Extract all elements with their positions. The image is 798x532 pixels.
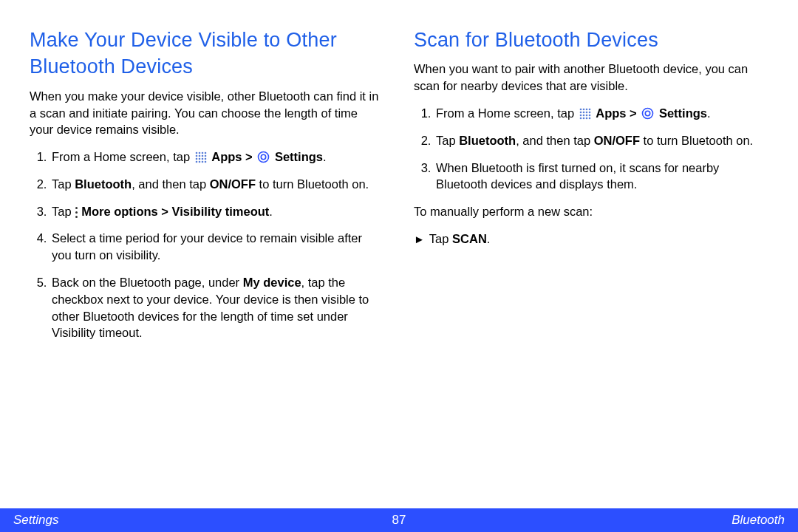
svg-point-29 <box>588 114 590 116</box>
svg-point-15 <box>204 161 206 163</box>
left-heading: Make Your Device Visible to Other Blueto… <box>30 27 384 81</box>
svg-point-11 <box>204 158 206 160</box>
svg-point-8 <box>195 158 197 160</box>
right-heading: Scan for Bluetooth Devices <box>414 27 768 53</box>
svg-point-19 <box>582 108 584 110</box>
svg-point-16 <box>259 152 269 163</box>
right-step-3: When Bluetooth is first turned on, it sc… <box>434 160 768 194</box>
left-intro: When you make your device visible, other… <box>30 88 384 138</box>
left-step-2: Tap Bluetooth, and then tap ON/OFF to tu… <box>50 176 384 193</box>
left-column: Make Your Device Visible to Other Blueto… <box>30 27 399 508</box>
left-step-4: Select a time period for your device to … <box>50 230 384 264</box>
svg-point-21 <box>588 108 590 110</box>
right-step-2: Tap Bluetooth, and then tap ON/OFF to tu… <box>434 132 768 149</box>
svg-point-1 <box>198 152 200 154</box>
svg-point-12 <box>195 161 197 163</box>
svg-point-27 <box>582 114 584 116</box>
svg-point-18 <box>579 108 582 110</box>
svg-point-5 <box>198 155 200 157</box>
svg-point-9 <box>198 158 200 160</box>
svg-point-25 <box>588 111 590 113</box>
svg-point-31 <box>582 117 584 119</box>
left-step-5: Back on the Bluetooth page, under My dev… <box>50 274 384 341</box>
svg-point-22 <box>579 111 582 113</box>
tap-scan-line: ►Tap SCAN. <box>414 231 768 248</box>
manual-scan-label: To manually perform a new scan: <box>414 203 768 220</box>
svg-point-24 <box>585 111 587 113</box>
right-column: Scan for Bluetooth Devices When you want… <box>399 27 768 508</box>
footer-right: Bluetooth <box>732 513 785 528</box>
more-options-icon <box>75 206 78 218</box>
right-step-1: From a Home screen, tap Apps > Settings. <box>434 105 768 122</box>
svg-point-26 <box>579 114 582 116</box>
right-intro: When you want to pair with another Bluet… <box>414 61 768 95</box>
svg-point-33 <box>588 117 590 119</box>
left-step-1: From a Home screen, tap Apps > Settings. <box>50 149 384 166</box>
left-steps: From a Home screen, tap Apps > Settings.… <box>30 149 384 341</box>
left-step-3: Tap More options > Visibility timeout. <box>50 203 384 220</box>
svg-point-4 <box>195 155 197 157</box>
svg-point-17 <box>262 155 266 160</box>
svg-point-34 <box>643 109 653 119</box>
right-steps: From a Home screen, tap Apps > Settings.… <box>414 105 768 193</box>
svg-point-3 <box>204 152 206 154</box>
svg-point-14 <box>201 161 203 163</box>
svg-point-7 <box>204 155 206 157</box>
apps-icon <box>579 108 591 120</box>
svg-point-28 <box>585 114 587 116</box>
svg-point-35 <box>646 111 650 115</box>
settings-icon <box>641 107 654 120</box>
svg-point-20 <box>585 108 587 110</box>
svg-point-30 <box>579 117 582 119</box>
svg-point-10 <box>201 158 203 160</box>
svg-point-2 <box>201 152 203 154</box>
footer-left: Settings <box>13 513 58 528</box>
svg-point-0 <box>195 152 197 154</box>
page-footer: Settings 87 Bluetooth <box>0 508 798 532</box>
apps-icon <box>195 151 207 163</box>
settings-icon <box>257 151 270 163</box>
arrow-icon: ► <box>414 232 425 248</box>
svg-point-13 <box>198 161 200 163</box>
footer-page-number: 87 <box>392 513 406 528</box>
svg-point-32 <box>585 117 587 119</box>
svg-point-6 <box>201 155 203 157</box>
page-content: Make Your Device Visible to Other Blueto… <box>0 0 798 508</box>
svg-point-23 <box>582 111 584 113</box>
